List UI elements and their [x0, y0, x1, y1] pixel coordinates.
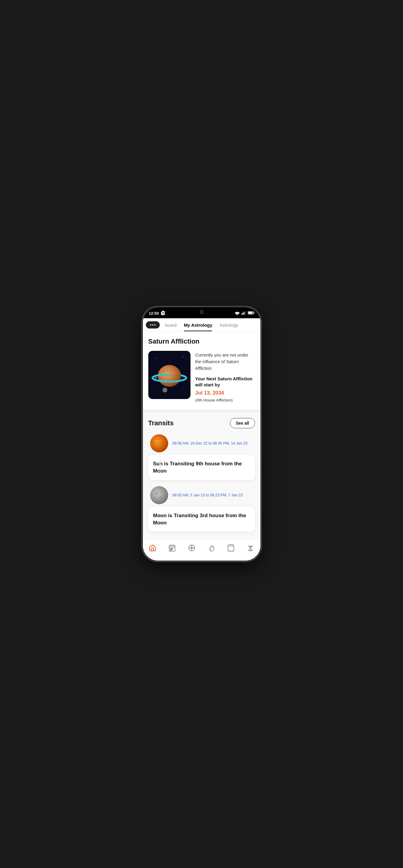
transit-card-text-sun: Sun is Transiting 9th house from the Moo… — [153, 460, 250, 475]
next-affliction-label: Your Next Saturn Affliction will start b… — [195, 376, 255, 388]
signal-icon — [242, 311, 246, 316]
transit-card-sun: Sun is Transiting 9th house from the Moo… — [148, 455, 255, 480]
transit-card-moon: Moon is Transiting 3rd house from the Mo… — [148, 507, 255, 532]
transit-item-moon: 08:05 AM, 5 Jan 23 to 08:23 PM, 7 Jan 23… — [148, 486, 255, 532]
nav-tabs: board My Astrology Astrology — [143, 318, 260, 332]
tab-astrology[interactable]: Astrology — [216, 318, 242, 331]
saturn-image — [148, 351, 190, 399]
nav-radio[interactable] — [243, 542, 258, 553]
see-all-button[interactable]: See all — [230, 418, 255, 428]
transit-card-text-moon: Moon is Transiting 3rd house from the Mo… — [153, 512, 250, 527]
svg-point-9 — [182, 356, 183, 357]
compass-icon — [187, 544, 196, 552]
nav-home[interactable] — [145, 542, 160, 553]
menu-button[interactable] — [146, 321, 160, 329]
sun-planet-icon — [150, 434, 168, 453]
phone-screen: 12:50 — [143, 307, 260, 561]
svg-point-12 — [159, 391, 159, 392]
svg-point-21 — [155, 377, 156, 378]
calendar-icon — [168, 544, 176, 552]
svg-point-31 — [155, 497, 156, 499]
status-right — [235, 311, 254, 316]
moon-planet-icon — [150, 486, 168, 504]
affliction-house: (4th House Affliction) — [195, 398, 255, 402]
main-content: Saturn Affliction — [143, 332, 260, 561]
cart-icon — [227, 544, 235, 552]
time-display: 12:50 — [149, 311, 159, 315]
svg-point-28 — [155, 492, 158, 495]
svg-point-29 — [161, 491, 162, 493]
svg-rect-1 — [242, 313, 243, 315]
svg-point-8 — [156, 358, 156, 359]
tab-my-astrology[interactable]: My Astrology — [180, 318, 216, 331]
svg-point-10 — [154, 382, 155, 383]
bottom-nav — [143, 539, 260, 561]
svg-point-19 — [162, 388, 167, 393]
tab-board[interactable]: board — [161, 318, 180, 331]
saturn-info: Currently you are not under the influenc… — [195, 351, 255, 402]
svg-point-20 — [163, 388, 165, 390]
nav-calendar[interactable] — [165, 542, 179, 553]
svg-point-30 — [159, 496, 161, 499]
svg-rect-38 — [170, 550, 172, 550]
svg-point-27 — [150, 486, 168, 504]
svg-rect-36 — [170, 548, 172, 549]
svg-rect-5 — [253, 312, 254, 313]
svg-point-23 — [150, 434, 168, 453]
settings-icon — [161, 310, 165, 316]
svg-rect-0 — [242, 313, 242, 315]
svg-rect-2 — [244, 312, 244, 315]
camera-notch — [199, 310, 204, 314]
affliction-date: Jul 13, 2034 — [195, 390, 255, 396]
phone-frame: 12:50 — [143, 307, 260, 561]
svg-rect-6 — [248, 312, 253, 313]
nav-compass[interactable] — [184, 542, 199, 553]
home-icon — [148, 544, 157, 552]
nav-cart[interactable] — [224, 542, 238, 553]
transit-time-moon: 08:05 AM, 5 Jan 23 to 08:23 PM, 7 Jan 23 — [173, 493, 243, 497]
transits-header: Transits See all — [148, 418, 255, 428]
saturn-title: Saturn Affliction — [148, 338, 255, 345]
saturn-section: Saturn Affliction — [143, 332, 260, 410]
transits-section: Transits See all — [143, 412, 260, 544]
svg-point-46 — [250, 547, 251, 549]
saturn-card: Currently you are not under the influenc… — [148, 351, 255, 402]
nav-fire[interactable] — [204, 542, 219, 553]
transit-planet-row-moon: 08:05 AM, 5 Jan 23 to 08:23 PM, 7 Jan 23 — [148, 486, 255, 504]
transit-connector — [160, 456, 160, 473]
transit-time-sun: 09:58 AM, 16 Dec 22 to 08:45 PM, 14 Jan … — [173, 441, 247, 445]
svg-rect-37 — [172, 548, 173, 549]
transit-item-sun: 09:58 AM, 16 Dec 22 to 08:45 PM, 14 Jan … — [148, 434, 255, 480]
svg-point-45 — [232, 550, 233, 551]
transits-title: Transits — [148, 419, 174, 427]
fire-icon — [207, 544, 216, 552]
divider — [143, 410, 260, 412]
svg-point-44 — [230, 550, 230, 551]
saturn-not-under-text: Currently you are not under the influenc… — [195, 352, 255, 372]
status-bar: 12:50 — [143, 307, 260, 318]
radio-icon — [246, 544, 255, 552]
wifi-icon — [235, 311, 240, 316]
status-left: 12:50 — [149, 310, 165, 316]
svg-rect-3 — [244, 311, 245, 315]
battery-icon — [248, 311, 254, 315]
transit-planet-row-sun: 09:58 AM, 16 Dec 22 to 08:45 PM, 14 Jan … — [148, 434, 255, 453]
